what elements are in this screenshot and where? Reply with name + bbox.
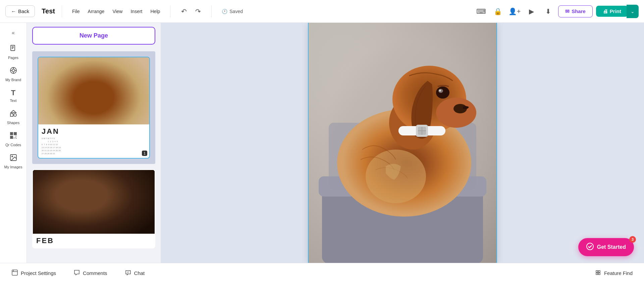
jan-thumb: JAN S M T W T F S 1 2 3 4 5 6 7 8 9 10 1… <box>38 57 149 158</box>
jan-month-label: JAN <box>42 127 146 136</box>
print-button[interactable]: 🖨 Print <box>596 6 628 17</box>
svg-rect-36 <box>33 170 155 234</box>
sidebar-item-text[interactable]: T Text <box>2 86 25 105</box>
svg-point-56 <box>436 87 449 99</box>
divider-1 <box>62 5 62 17</box>
svg-rect-10 <box>10 114 13 116</box>
svg-point-44 <box>82 184 96 194</box>
comments-icon <box>73 269 80 277</box>
svg-point-40 <box>96 188 112 206</box>
toolbar: ← Back Test File Arrange View Insert Hel… <box>0 0 644 23</box>
project-settings-button[interactable]: Project Settings <box>8 267 59 279</box>
feb-couple-image <box>33 170 155 234</box>
chat-button[interactable]: Chat <box>121 267 148 279</box>
svg-rect-17 <box>15 133 16 134</box>
divider-3 <box>211 5 212 17</box>
svg-point-43 <box>95 190 107 201</box>
menu-arrange[interactable]: Arrange <box>85 7 108 16</box>
feature-find-icon <box>595 269 601 277</box>
clock-icon: 🕐 <box>222 9 227 14</box>
share-label: Share <box>572 8 586 14</box>
saved-label: Saved <box>229 9 243 14</box>
jan-caption: JAN S M T W T F S 1 2 3 4 5 6 7 8 9 10 1… <box>38 124 149 158</box>
sidebar-item-my-images[interactable]: My Images <box>2 151 25 172</box>
svg-marker-12 <box>11 110 16 113</box>
toolbar-actions: ⌨ 🔒 👤+ ▶ ⬇ ✉ Share 🖨 Print ⌄ <box>474 5 639 18</box>
menu-file[interactable]: File <box>69 7 83 16</box>
sidebar-item-shapes[interactable]: Shapes <box>2 107 25 127</box>
shapes-label: Shapes <box>7 121 19 125</box>
svg-rect-33 <box>107 97 128 100</box>
back-label: Back <box>18 8 29 14</box>
feb-caption: FEB <box>33 234 155 248</box>
svg-point-27 <box>102 73 132 102</box>
svg-line-22 <box>15 137 16 138</box>
svg-rect-37 <box>33 170 155 234</box>
svg-rect-35 <box>64 113 131 124</box>
canvas-dog-photo <box>309 23 496 263</box>
get-started-check-icon <box>586 243 594 251</box>
bottom-bar: Project Settings Comments Chat Feature F… <box>0 263 644 283</box>
svg-point-32 <box>105 70 120 90</box>
undo-redo-group: ↶ ↷ <box>177 5 205 18</box>
add-collaborator-button[interactable]: 👤+ <box>508 5 521 18</box>
svg-rect-18 <box>11 137 12 138</box>
svg-point-26 <box>67 88 127 124</box>
redo-button[interactable]: ↷ <box>191 5 205 18</box>
canvas-page[interactable] <box>309 23 496 263</box>
svg-point-54 <box>436 98 476 128</box>
menu-bar: File Arrange View Insert Help <box>69 7 163 16</box>
print-group: 🖨 Print ⌄ <box>596 5 639 18</box>
feature-find-button[interactable]: Feature Find <box>591 267 636 279</box>
download-button[interactable]: ⬇ <box>541 5 555 18</box>
icon-sidebar: « Pages My Brand T Text <box>0 23 27 263</box>
menu-insert[interactable]: Insert <box>127 7 146 16</box>
menu-view[interactable]: View <box>109 7 126 16</box>
pages-list: JAN S M T W T F S 1 2 3 4 5 6 7 8 9 10 1… <box>27 49 161 263</box>
page-thumb-wrapper-2: FEB <box>32 169 155 248</box>
qr-codes-icon <box>9 131 17 142</box>
undo-button[interactable]: ↶ <box>177 5 191 18</box>
present-button[interactable]: ▶ <box>525 5 538 18</box>
share-icon: ✉ <box>565 8 570 14</box>
svg-rect-41 <box>94 205 114 234</box>
new-page-button[interactable]: New Page <box>32 27 155 45</box>
menu-help[interactable]: Help <box>147 7 163 16</box>
shapes-icon <box>9 109 17 119</box>
canvas-area <box>161 23 644 263</box>
lock-button[interactable]: 🔒 <box>491 5 504 18</box>
svg-point-67 <box>587 243 593 250</box>
collapse-sidebar-button[interactable]: « <box>7 27 19 39</box>
svg-point-28 <box>118 87 133 98</box>
svg-rect-34 <box>116 96 120 101</box>
apps-button[interactable]: ⌨ <box>474 5 488 18</box>
sidebar-item-pages[interactable]: Pages <box>2 42 25 62</box>
svg-rect-0 <box>11 45 15 51</box>
pages-label: Pages <box>8 56 18 60</box>
page-thumb-2[interactable]: FEB <box>32 169 155 248</box>
saved-status-button[interactable]: 🕐 Saved <box>218 7 246 16</box>
new-page-label: New Page <box>79 32 108 39</box>
text-label: Text <box>10 99 16 103</box>
page-thumb-1[interactable]: JAN S M T W T F S 1 2 3 4 5 6 7 8 9 10 1… <box>38 57 150 159</box>
my-images-icon <box>9 154 17 164</box>
sidebar-item-my-brand[interactable]: My Brand <box>2 64 25 84</box>
pages-icon <box>9 44 17 54</box>
get-started-button[interactable]: Get Started 3 <box>578 238 634 256</box>
svg-point-38 <box>73 185 92 205</box>
back-button[interactable]: ← Back <box>5 5 35 17</box>
svg-point-24 <box>12 156 13 157</box>
my-images-label: My Images <box>4 165 22 169</box>
sidebar-item-qr-codes[interactable]: Qr Codes <box>2 129 25 150</box>
share-button[interactable]: ✉ Share <box>558 5 593 17</box>
svg-point-31 <box>121 83 123 85</box>
print-icon: 🖨 <box>603 8 608 14</box>
feature-find-label: Feature Find <box>604 270 633 276</box>
project-settings-icon <box>11 269 18 277</box>
print-label: Print <box>610 8 621 14</box>
print-dropdown-button[interactable]: ⌄ <box>627 5 639 18</box>
comments-button[interactable]: Comments <box>70 267 111 279</box>
svg-point-42 <box>86 188 99 200</box>
project-settings-label: Project Settings <box>21 270 56 276</box>
jan-calendar: S M T W T F S 1 2 3 4 5 6 7 8 9 10 11 12… <box>42 137 146 155</box>
